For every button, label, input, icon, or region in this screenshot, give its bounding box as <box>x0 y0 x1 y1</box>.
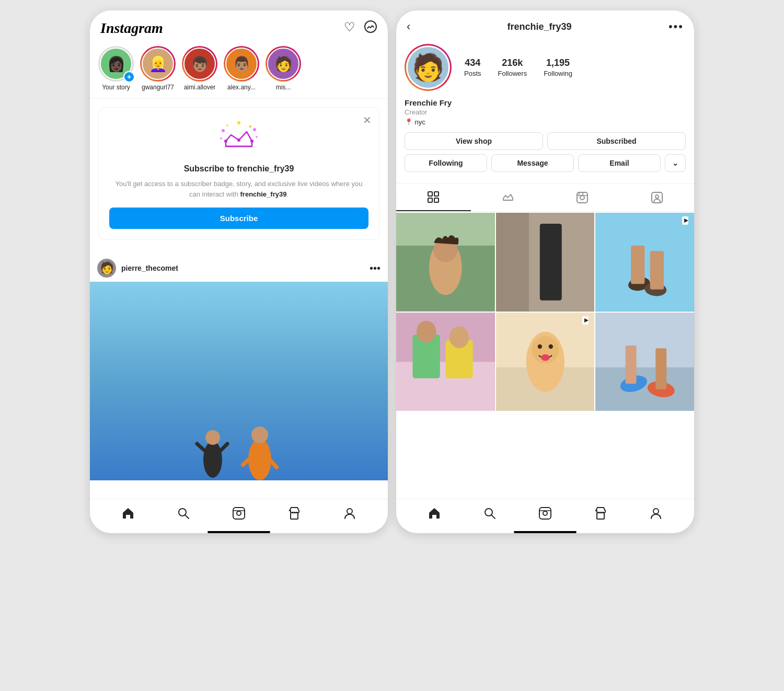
story-item-3[interactable]: 👨🏽 alex.any... <box>224 46 259 91</box>
instagram-logo: Instagram <box>100 20 163 37</box>
modal-title: Subscribe to frenchie_fry39 <box>109 164 368 174</box>
crown-tab-icon <box>502 192 514 203</box>
back-button[interactable]: ‹ <box>407 20 410 33</box>
email-btn[interactable]: Email <box>578 154 661 172</box>
svg-point-4 <box>226 124 228 126</box>
svg-point-77 <box>543 511 547 515</box>
more-actions-btn[interactable]: ⌄ <box>665 154 686 172</box>
modal-desc: You'll get access to a subscriber badge,… <box>109 179 368 199</box>
grid-item-5[interactable] <box>496 313 595 411</box>
story-label-own: Your story <box>102 84 130 91</box>
photo-grid <box>396 213 694 411</box>
subscribed-btn[interactable]: Subscribed <box>547 132 686 150</box>
story-item-1[interactable]: 👱‍♀️ gwangurl77 <box>140 46 176 91</box>
svg-rect-27 <box>428 192 432 196</box>
right-nav-reels[interactable] <box>538 506 552 524</box>
post-item: 🧑 pierre_thecomet ••• <box>90 255 388 480</box>
tab-reels[interactable] <box>545 184 620 211</box>
svg-rect-25 <box>291 513 298 519</box>
video-badge-5 <box>582 316 591 327</box>
post-figures <box>140 376 338 480</box>
divider-1 <box>90 98 388 99</box>
home-indicator <box>207 531 270 533</box>
story-label-3: alex.any... <box>227 84 256 91</box>
right-nav-profile[interactable] <box>649 506 663 524</box>
svg-point-58 <box>449 326 469 348</box>
svg-line-21 <box>185 515 189 519</box>
post-avatar: 🧑 <box>97 259 116 278</box>
more-options-btn[interactable]: ••• <box>668 20 684 33</box>
story-label-1: gwangurl77 <box>142 84 174 91</box>
svg-point-33 <box>580 195 584 200</box>
modal-close-btn[interactable]: ✕ <box>363 114 372 126</box>
grid-item-6[interactable] <box>595 313 694 411</box>
svg-rect-50 <box>650 251 664 289</box>
right-home-indicator <box>514 531 577 533</box>
svg-rect-69 <box>595 367 694 411</box>
post-username: pierre_thecomet <box>121 264 178 272</box>
tab-grid[interactable] <box>396 184 471 211</box>
svg-point-38 <box>655 195 659 198</box>
following-btn[interactable]: Following <box>405 154 487 172</box>
svg-point-3 <box>237 121 240 124</box>
profile-avatar-wrap[interactable]: 🧑 <box>405 44 452 91</box>
left-bottom-nav <box>90 499 388 528</box>
left-top-bar: Instagram ♡ <box>90 10 388 42</box>
top-icons: ♡ <box>344 20 377 37</box>
nav-home[interactable] <box>121 506 135 524</box>
subscribe-modal: ✕ <box>98 107 379 240</box>
right-phone: ‹ frenchie_fry39 ••• 🧑 434 Posts <box>396 10 694 533</box>
svg-point-13 <box>205 430 220 445</box>
post-user[interactable]: 🧑 pierre_thecomet <box>97 259 178 278</box>
following-count: 1,195 <box>544 57 572 68</box>
stat-followers[interactable]: 216k Followers <box>498 57 527 78</box>
stat-following[interactable]: 1,195 Following <box>544 57 572 78</box>
nav-shop[interactable] <box>287 506 301 524</box>
message-btn[interactable]: Message <box>491 154 574 172</box>
grid-photo-5 <box>496 313 595 411</box>
right-nav-home[interactable] <box>428 506 441 524</box>
video-badge-3 <box>682 216 691 227</box>
messenger-icon[interactable] <box>364 20 377 37</box>
followers-count: 216k <box>498 57 527 68</box>
grid-photo-3 <box>595 213 694 312</box>
profile-section: 🧑 434 Posts 216k Followers 1,195 <box>396 39 694 183</box>
story-item-4[interactable]: 🧑 mis... <box>266 46 301 91</box>
right-nav-shop[interactable] <box>594 506 607 524</box>
subscribe-button[interactable]: Subscribe <box>109 208 368 229</box>
svg-rect-30 <box>434 198 439 202</box>
story-label-4: mis... <box>276 84 291 91</box>
left-phone: Instagram ♡ 👩🏿 <box>90 10 388 533</box>
svg-rect-79 <box>597 513 604 519</box>
add-story-btn[interactable]: + <box>123 71 135 83</box>
svg-rect-32 <box>577 192 587 203</box>
grid-item-1[interactable] <box>396 213 495 312</box>
action-row-2: Following Message Email ⌄ <box>405 154 686 172</box>
crown-sparkle-container <box>109 118 368 159</box>
story-item-2[interactable]: 👦🏽 aimi.allover <box>182 46 217 91</box>
posts-count: 434 <box>464 57 481 68</box>
tab-tagged[interactable] <box>620 184 695 211</box>
nav-reels[interactable] <box>232 506 246 524</box>
grid-item-3[interactable] <box>595 213 694 312</box>
svg-point-63 <box>537 344 541 348</box>
svg-point-2 <box>253 128 256 131</box>
grid-item-4[interactable] <box>396 313 495 411</box>
svg-point-1 <box>222 129 225 132</box>
profile-header-username: frenchie_fry39 <box>508 21 572 32</box>
nav-search[interactable] <box>177 506 190 524</box>
svg-rect-29 <box>428 198 432 202</box>
svg-point-26 <box>347 509 352 514</box>
view-shop-btn[interactable]: View shop <box>405 132 543 150</box>
tab-subscription[interactable] <box>471 184 546 211</box>
profile-name: Frenchie Fry <box>405 98 686 107</box>
story-item-own[interactable]: 👩🏿 + Your story <box>98 46 134 91</box>
nav-profile[interactable] <box>343 506 356 524</box>
grid-item-2[interactable] <box>496 213 595 312</box>
grid-icon <box>428 191 439 203</box>
svg-rect-22 <box>233 508 245 519</box>
post-more-btn[interactable]: ••• <box>370 262 381 274</box>
svg-point-0 <box>365 21 376 32</box>
right-nav-search[interactable] <box>483 506 497 524</box>
heart-icon[interactable]: ♡ <box>344 20 355 37</box>
